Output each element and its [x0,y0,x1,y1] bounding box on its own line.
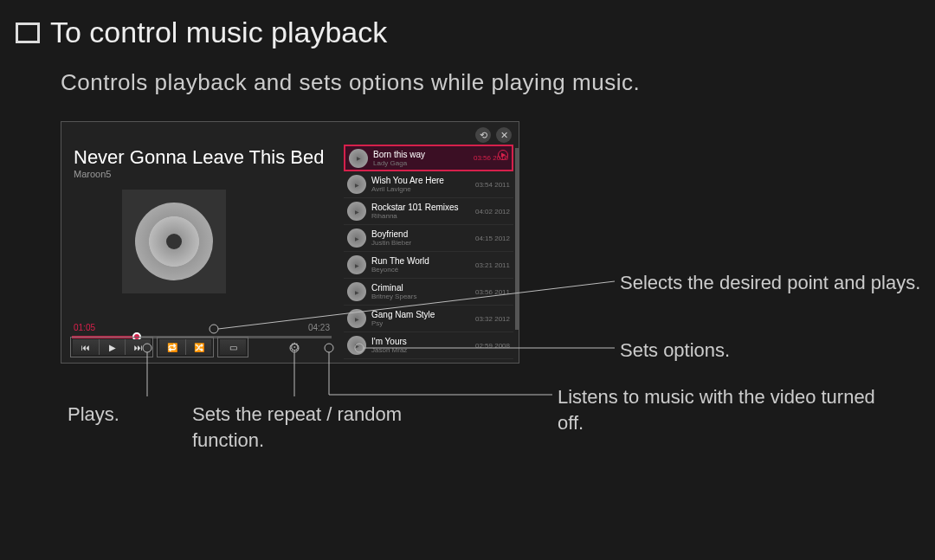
repeat-button[interactable]: 🔁 [159,339,185,355]
track-title: Wish You Are Here [371,176,470,185]
track-artist: Rihanna [371,212,470,220]
track-meta: 03:56 2011 [475,288,510,296]
playlist-track[interactable]: BoyfriendJustin Bieber04:15 2012 [344,225,513,252]
section-icon [16,23,40,43]
play-icon: ▶ [109,343,116,352]
total-time: 04:23 [308,323,330,332]
now-playing-title: Never Gonna Leave This Bed [74,146,324,169]
shuffle-icon: 🔀 [194,343,204,352]
now-playing-artist: Maroon5 [74,169,111,179]
close-icon: ✕ [500,130,508,141]
mode-group: 🔁 🔀 [157,337,214,357]
music-player: ⟲ ✕ Never Gonna Leave This Bed Maroon5 0… [61,121,519,364]
track-title: Run The World [371,256,470,266]
prev-button[interactable]: ⏮ [73,339,99,355]
transport-controls: ⏮ ▶ ⏭ 🔁 🔀 ▭ ⚙ [70,337,306,357]
track-title: Born this way [373,150,468,159]
track-meta: 03:21 2011 [475,261,510,269]
track-text: I'm YoursJason Mraz [371,337,470,354]
track-title: I'm Yours [371,337,470,346]
playlist-track[interactable]: Rockstar 101 RemixesRihanna04:02 2012 [344,198,513,225]
track-artist: Jason Mraz [371,346,470,354]
track-text: Run The WorldBeyoncé [371,256,470,274]
play-button[interactable]: ▶ [99,339,125,355]
album-art [122,190,226,293]
callout-video-off: Listens to music with the video turned o… [558,384,887,435]
playlist-track[interactable]: Born this wayLady Gaga03:56 2010▶ [344,145,513,171]
track-artist: Britney Spears [371,293,470,300]
track-artist: Lady Gaga [373,159,468,167]
next-button[interactable]: ⏭ [125,339,151,355]
track-meta: 02:59 2008 [475,342,510,350]
current-time: 01:05 [74,323,95,332]
page-title: To control music playback [16,16,387,49]
track-meta: 03:54 2011 [475,181,510,189]
next-icon: ⏭ [134,343,143,352]
track-artist: Avril Lavigne [371,185,470,193]
track-art-icon [347,229,366,248]
callout-select-point: Selects the desired point and plays. [620,270,920,296]
back-button[interactable]: ⟲ [475,127,491,143]
track-play-icon[interactable]: ▶ [498,150,508,160]
callout-plays: Plays. [68,402,119,428]
display-off-button[interactable]: ▭ [220,339,246,355]
playlist-track[interactable]: Wish You Are HereAvril Lavigne03:54 2011 [344,171,513,198]
track-text: Wish You Are HereAvril Lavigne [371,176,470,193]
track-text: Gang Nam StylePsy [371,310,470,327]
track-art-icon [347,255,366,274]
track-text: CriminalBritney Spears [371,283,470,300]
options-button[interactable]: ⚙ [283,338,306,356]
track-meta: 03:32 2012 [475,315,510,323]
playback-group: ⏮ ▶ ⏭ [70,337,153,357]
callout-sets-options: Sets options. [620,338,730,364]
track-title: Rockstar 101 Remixes [371,203,470,212]
track-title: Criminal [371,283,470,293]
track-art-icon [347,202,366,221]
shuffle-button[interactable]: 🔀 [185,339,211,355]
prev-icon: ⏮ [81,343,90,352]
playlist-track[interactable]: Gang Nam StylePsy03:32 2012 [344,306,513,332]
repeat-icon: 🔁 [167,343,177,352]
track-meta: 04:15 2012 [475,235,510,242]
gear-icon: ⚙ [289,340,300,354]
track-art-icon [347,282,366,301]
display-group: ▭ [217,337,248,357]
back-icon: ⟲ [480,130,487,141]
track-art-icon [347,336,366,355]
track-art-icon [347,309,366,328]
track-text: Rockstar 101 RemixesRihanna [371,203,470,220]
disc-icon [135,203,213,280]
track-artist: Beyoncé [371,266,470,274]
callout-repeat-random: Sets the repeat / random function. [192,402,469,453]
track-text: BoyfriendJustin Bieber [371,229,470,247]
playlist-track[interactable]: I'm YoursJason Mraz02:59 2008 [344,332,513,359]
page-subtitle: Controls playback and sets options while… [61,69,640,96]
track-title: Gang Nam Style [371,310,470,319]
track-meta: 04:02 2012 [475,208,510,216]
page-title-text: To control music playback [50,16,387,49]
playlist: Born this wayLady Gaga03:56 2010▶Wish Yo… [344,145,513,359]
close-button[interactable]: ✕ [496,127,512,143]
track-text: Born this wayLady Gaga [373,150,468,167]
track-title: Boyfriend [371,229,470,239]
track-artist: Justin Bieber [371,239,470,247]
track-art-icon [347,175,366,194]
playlist-track[interactable]: CriminalBritney Spears03:56 2011 [344,279,513,306]
track-artist: Psy [371,319,470,327]
playlist-scrollbar[interactable] [515,148,519,330]
track-art-icon [349,149,368,168]
playlist-track[interactable]: Run The WorldBeyoncé03:21 2011 [344,252,513,279]
display-off-icon: ▭ [229,343,237,352]
